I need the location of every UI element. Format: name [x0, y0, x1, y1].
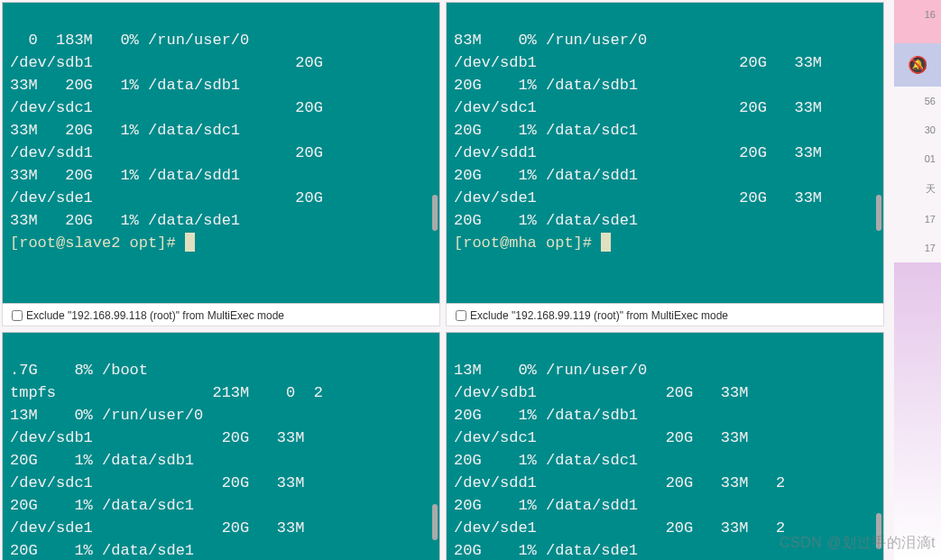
pane-bottom-right: 13M 0% /run/user/0 /dev/sdb1 20G 33M 20G…: [446, 332, 884, 560]
pane-top-left: 0 183M 0% /run/user/0 /dev/sdb1 20G 33M …: [2, 2, 440, 326]
exclude-checkbox[interactable]: [12, 310, 23, 321]
scrollbar-thumb[interactable]: [432, 195, 438, 231]
term-output: 83M 0% /run/user/0 /dev/sdb1 20G 33M 20G…: [454, 32, 822, 229]
exclude-checkbox[interactable]: [456, 310, 466, 321]
sidebar-item[interactable]: 56: [894, 87, 941, 115]
terminal-xcz742[interactable]: .7G 8% /boot tmpfs 213M 0 2 13M 0% /run/…: [2, 332, 440, 560]
pane-top-right: 83M 0% /run/user/0 /dev/sdb1 20G 33M 20G…: [446, 2, 884, 326]
term-output: 13M 0% /run/user/0 /dev/sdb1 20G 33M 20G…: [454, 362, 785, 559]
terminal-grid: 0 183M 0% /run/user/0 /dev/sdb1 20G 33M …: [0, 0, 893, 556]
bell-off-icon: 🔕: [908, 55, 927, 75]
sidebar-item[interactable]: 30: [894, 115, 941, 144]
shell-prompt: [root@mha opt]#: [454, 234, 601, 252]
term-output: 0 183M 0% /run/user/0 /dev/sdb1 20G 33M …: [10, 32, 323, 229]
shell-prompt: [root@slave2 opt]#: [10, 234, 185, 252]
exclude-bar[interactable]: Exclude "192.168.99.119 (root)" from Mul…: [446, 304, 884, 326]
pane-bottom-left: .7G 8% /boot tmpfs 213M 0 2 13M 0% /run/…: [2, 332, 440, 560]
exclude-label: Exclude "192.168.99.119 (root)" from Mul…: [470, 309, 728, 322]
terminal-slave2[interactable]: 0 183M 0% /run/user/0 /dev/sdb1 20G 33M …: [2, 2, 440, 304]
sidebar-item[interactable]: 01: [894, 144, 941, 173]
term-output: .7G 8% /boot tmpfs 213M 0 2 13M 0% /run/…: [10, 362, 323, 559]
sidebar-item[interactable]: 17: [894, 205, 941, 234]
scrollbar-thumb[interactable]: [876, 195, 881, 231]
sidebar-item[interactable]: 16: [894, 0, 941, 43]
scrollbar-thumb[interactable]: [876, 513, 881, 549]
cursor-icon: [601, 233, 611, 252]
cursor-icon: [185, 233, 195, 252]
terminal-xcz746[interactable]: 13M 0% /run/user/0 /dev/sdb1 20G 33M 20G…: [446, 332, 884, 560]
scrollbar-thumb[interactable]: [432, 504, 438, 540]
exclude-bar[interactable]: Exclude "192.168.99.118 (root)" from Mul…: [2, 304, 440, 326]
terminal-mha[interactable]: 83M 0% /run/user/0 /dev/sdb1 20G 33M 20G…: [446, 2, 884, 304]
sidebar-item[interactable]: 天: [894, 173, 941, 205]
sidebar-item[interactable]: 17: [894, 234, 941, 262]
sidebar-bell[interactable]: 🔕: [894, 43, 941, 87]
app-sidebar: 16 🔕 56 30 01 天 17 17: [894, 0, 941, 560]
exclude-label: Exclude "192.168.99.118 (root)" from Mul…: [26, 309, 284, 322]
